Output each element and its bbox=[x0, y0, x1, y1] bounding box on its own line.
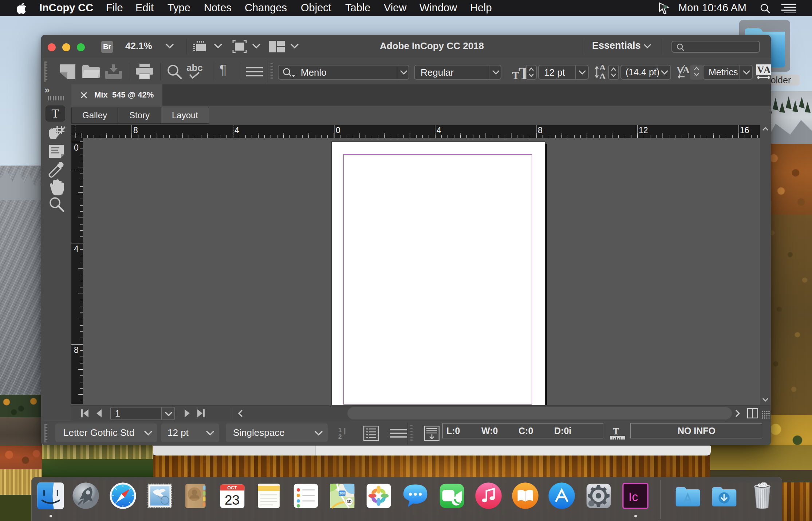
svg-text:2: 2 bbox=[338, 433, 342, 440]
svg-text:Ic: Ic bbox=[628, 490, 638, 504]
svg-text:A: A bbox=[599, 71, 606, 80]
svg-text:A: A bbox=[764, 64, 771, 75]
svg-text:1: 1 bbox=[338, 427, 342, 434]
svg-text:T: T bbox=[512, 69, 519, 80]
svg-text:OCT: OCT bbox=[227, 485, 237, 490]
svg-text:V: V bbox=[757, 64, 764, 75]
svg-text:T: T bbox=[613, 426, 619, 437]
svg-text:23: 23 bbox=[225, 492, 240, 508]
svg-text:3D: 3D bbox=[347, 500, 351, 504]
svg-text:280: 280 bbox=[339, 492, 345, 495]
svg-text:A: A bbox=[599, 64, 606, 72]
